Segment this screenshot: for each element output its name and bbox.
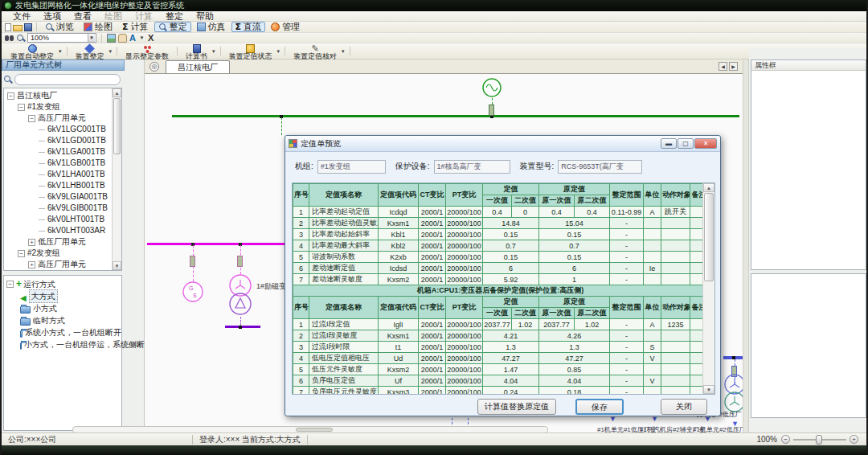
generator-symbol[interactable] xyxy=(481,77,502,98)
toolbar-button-整定[interactable]: 整定 xyxy=(154,22,191,32)
toolbar-button-直流[interactable]: Σ直流 xyxy=(231,22,266,32)
menu-item-绘图[interactable]: 绘图 xyxy=(98,11,129,22)
menu-item-整定[interactable]: 整定 xyxy=(159,11,190,22)
tree-item[interactable]: 6kV1LGA001TB xyxy=(4,146,112,158)
close-button[interactable]: 关闭 xyxy=(661,399,707,415)
chevron-down-icon[interactable]: ▾ xyxy=(59,48,62,55)
expand-icon[interactable]: + xyxy=(28,261,35,268)
op-button-装置定值核对[interactable]: ✎装置定值核对 xyxy=(289,43,341,59)
field-input-机组[interactable] xyxy=(317,160,386,174)
excitation-transformer-symbol[interactable] xyxy=(228,273,252,317)
run-mode-item[interactable]: 小方式，一台机组停运，系统侧断开 xyxy=(4,338,121,350)
table-row[interactable]: 1比率差动起动定值Icdqd2000/120000/1000.400.40.40… xyxy=(293,207,708,218)
tab-plant[interactable]: 昌江核电厂 xyxy=(166,60,230,73)
scrollbar-thumb[interactable] xyxy=(704,193,714,281)
run-mode-item[interactable]: 系统小方式，一台机组断开 xyxy=(4,326,121,338)
gs-machine-symbol[interactable]: G S xyxy=(182,281,204,303)
collapse-icon[interactable]: − xyxy=(7,92,14,100)
delete-icon[interactable]: X xyxy=(148,34,154,43)
table-row[interactable]: 4比率差动最大斜率Kbl22000/120000/1000.70.7- xyxy=(293,240,708,252)
scroll-down-icon[interactable]: ▼ xyxy=(703,385,714,394)
tree-item[interactable]: −#2发变组 xyxy=(4,248,112,259)
scrollbar-thumb[interactable] xyxy=(296,428,333,432)
pin-icon[interactable]: ◎ xyxy=(149,62,159,72)
tree-item[interactable]: 6kV9LGIA001TB xyxy=(4,191,112,203)
scroll-up-icon[interactable]: ▲ xyxy=(113,88,121,97)
toolbar-button-绘图[interactable]: 绘图 xyxy=(80,22,117,32)
mv-bus-line[interactable] xyxy=(147,243,289,245)
tab-scroll-left-icon[interactable]: ◀ xyxy=(719,62,727,71)
chevron-down-icon[interactable]: ▾ xyxy=(342,48,345,55)
op-button-装置自动整定[interactable]: 装置自动整定 xyxy=(6,43,58,59)
tree-search-input[interactable] xyxy=(14,74,121,85)
table-row[interactable]: 7负序电压元件灵敏度Kxsm32000/120000/1000.240.18- xyxy=(293,387,708,396)
zoom-in-icon[interactable]: + xyxy=(850,435,858,444)
table-row[interactable]: 5谐波制动系数K2xb2000/120000/1000.150.15- xyxy=(293,252,708,263)
collapse-icon[interactable]: − xyxy=(18,104,25,111)
toolbar-button-浏览[interactable]: 浏览 xyxy=(41,22,78,32)
zoom-out-icon[interactable]: − xyxy=(781,435,790,444)
zoom-slider-track[interactable] xyxy=(793,439,846,441)
dialog-title-bar[interactable]: 定值单预览 ▬ ▢ ✕ xyxy=(285,136,720,152)
table-row[interactable]: 2过流I段灵敏度Kxsm12000/120000/1004.214.26- xyxy=(293,330,708,342)
table-row[interactable]: 7差动速断灵敏度Kxsm22000/120000/1005.921- xyxy=(293,274,708,285)
scroll-up-icon[interactable]: ▲ xyxy=(703,183,714,192)
table-row[interactable]: 3比率差动起始斜率Kbl12000/120000/1000.150.15- xyxy=(293,229,708,240)
feeder-breaker[interactable] xyxy=(190,256,195,267)
tree-item[interactable]: 6kV0LHT001TB xyxy=(4,214,112,225)
image-icon[interactable] xyxy=(107,34,116,43)
maximize-icon[interactable]: ▢ xyxy=(678,138,694,149)
chevron-down-icon[interactable]: ▾ xyxy=(277,48,280,55)
table-row[interactable]: 5低压元件灵敏度Kxsm22000/120000/1001.470.85- xyxy=(293,364,708,375)
menu-item-选项[interactable]: 选项 xyxy=(37,11,68,22)
close-icon[interactable]: ✕ xyxy=(694,138,717,149)
menu-item-文件[interactable]: 文件 xyxy=(6,11,37,22)
generator-breaker[interactable] xyxy=(489,105,494,116)
pan-hand-icon[interactable] xyxy=(118,34,127,43)
new-file-icon[interactable] xyxy=(5,23,11,31)
transformer-breaker[interactable] xyxy=(237,256,243,267)
tree-item[interactable]: 6kV1LGD001TB xyxy=(4,135,112,146)
run-mode-item[interactable]: ◀大方式 xyxy=(4,290,121,302)
lv-bus-line[interactable] xyxy=(225,326,260,328)
replace-with-calculated-button[interactable]: 计算值替换原定值 xyxy=(477,399,556,415)
tree-item[interactable]: 6kV0LHT003AR xyxy=(4,225,112,236)
tree-item[interactable]: +低压厂用单元 xyxy=(4,236,112,248)
open-file-icon[interactable] xyxy=(13,25,23,31)
tree-item[interactable]: −昌江核电厂 xyxy=(4,90,112,101)
tree-item[interactable]: 6kV1LHA001TB xyxy=(4,169,112,180)
station-transformer-symbol[interactable] xyxy=(724,374,743,414)
toolbar-button-计算[interactable]: Σ计算 xyxy=(118,22,153,32)
table-row[interactable]: 6差动速断定值Icdsd2000/120000/10066-Ie xyxy=(293,263,708,274)
run-mode-item[interactable]: −+运行方式 xyxy=(4,278,121,290)
tree-item[interactable]: +高压厂用单元 xyxy=(4,259,112,270)
tab-scroll-right-icon[interactable]: ▶ xyxy=(729,62,738,71)
search-icon[interactable] xyxy=(3,75,12,84)
zoom-lens-icon[interactable] xyxy=(16,34,25,43)
scroll-down-icon[interactable]: ▼ xyxy=(113,261,121,270)
hv-bus-line[interactable] xyxy=(172,115,739,117)
find-icon[interactable] xyxy=(5,34,14,43)
tree-item[interactable]: 6kV1LGC001TB xyxy=(4,124,112,135)
tree-item[interactable]: 6kV1LGB001TB xyxy=(4,158,112,169)
chevron-down-icon[interactable]: ▾ xyxy=(212,48,215,55)
table-row[interactable]: 3过流I段时限t12000/120000/1001.31.3-S xyxy=(293,342,708,353)
table-row[interactable]: 2比率差动起动值灵敏度Kxsm12000/120000/10014.8415.0… xyxy=(293,218,708,229)
tree-item[interactable]: 6kV9LGIB001TB xyxy=(4,203,112,214)
tree-item[interactable]: −高压厂用单元 xyxy=(4,113,112,124)
save-button[interactable]: 保存 xyxy=(575,399,624,415)
run-mode-item[interactable]: 小方式 xyxy=(4,302,121,314)
chevron-down-icon[interactable]: ▼ xyxy=(138,34,145,42)
op-button-计算书[interactable]: 计算书 xyxy=(182,43,211,59)
toolbar-button-仿真[interactable]: 仿真 xyxy=(193,22,230,32)
collapse-icon[interactable]: − xyxy=(28,115,35,122)
save-icon[interactable] xyxy=(24,23,32,31)
scrollbar-thumb[interactable] xyxy=(113,98,121,154)
zoom-select[interactable]: 100% ▼ xyxy=(27,33,96,43)
op-button-装置整定[interactable]: 装置整定 xyxy=(72,43,108,59)
table-row[interactable]: 6负序电压定值Uf2000/120000/1004.044.04-V xyxy=(293,375,708,387)
field-input-保护设备[interactable] xyxy=(434,160,510,174)
collapse-icon[interactable]: − xyxy=(6,281,14,288)
chevron-down-icon[interactable]: ▼ xyxy=(88,34,95,42)
menu-item-帮助[interactable]: 帮助 xyxy=(190,11,220,22)
